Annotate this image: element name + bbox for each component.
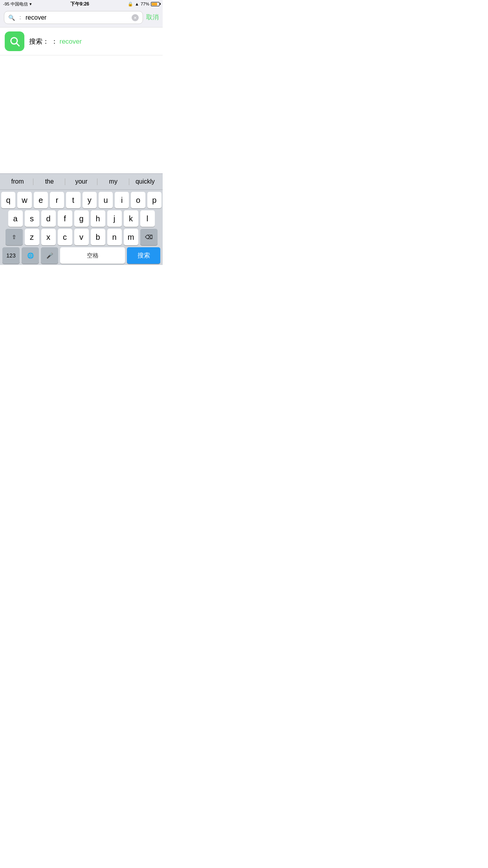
key-n[interactable]: n [107,229,122,245]
key-i[interactable]: i [115,192,129,208]
location-icon: ▲ [135,2,139,6]
predictive-word-0[interactable]: from [2,175,33,188]
predictive-bar: from the your my quickly [0,173,163,190]
key-b[interactable]: b [91,229,105,245]
key-x[interactable]: x [41,229,56,245]
status-bar: -95 中国电信 ▾ 下午9:26 🔒 ▲ 77% [0,0,163,8]
key-z[interactable]: z [25,229,39,245]
search-bar-container: 🔍 ： × 取消 [0,8,163,28]
shift-key[interactable]: ⇧ [6,229,23,245]
key-r[interactable]: r [50,192,64,208]
search-input-wrapper[interactable]: 🔍 ： × [4,11,143,24]
suggestion-keyword: recover [59,38,82,45]
wifi-icon: ▾ [29,2,32,7]
key-g[interactable]: g [74,210,89,227]
content-area [0,55,163,173]
key-c[interactable]: c [58,229,72,245]
key-p[interactable]: p [147,192,161,208]
key-u[interactable]: u [99,192,113,208]
battery-percent: 77% [141,2,149,6]
delete-key[interactable]: ⌫ [140,229,158,245]
key-d[interactable]: d [41,210,56,227]
key-k[interactable]: k [124,210,138,227]
status-right: 🔒 ▲ 77% [128,2,160,7]
key-y[interactable]: y [83,192,97,208]
key-o[interactable]: o [131,192,145,208]
search-key[interactable]: 搜索 [127,247,160,264]
predictive-word-4[interactable]: quickly [129,175,161,188]
clear-button[interactable]: × [132,14,139,21]
predictive-word-2[interactable]: your [65,175,97,188]
key-t[interactable]: t [66,192,80,208]
search-input[interactable] [26,14,129,21]
keyboard-row-2: a s d f g h j k l [1,210,161,227]
key-q[interactable]: q [1,192,15,208]
keyboard-bottom-row: 123 🌐 🎤 空格 搜索 [1,247,161,264]
keyboard-row-1: q w e r t y u i o p [1,192,161,208]
mic-key[interactable]: 🎤 [41,247,58,264]
time-label: 下午9:26 [70,1,89,7]
suggestion-prefix: 搜索： [29,38,49,45]
key-l[interactable]: l [140,210,155,227]
space-key[interactable]: 空格 [60,247,125,264]
status-left: -95 中国电信 ▾ [3,1,32,7]
key-e[interactable]: e [34,192,48,208]
predictive-word-3[interactable]: my [97,175,129,188]
search-suggestion[interactable]: 搜索： ： recover [0,28,163,55]
battery-icon [151,2,160,6]
key-s[interactable]: s [25,210,39,227]
key-a[interactable]: a [8,210,23,227]
suggestion-colon: ： [51,38,58,45]
suggestion-text: 搜索： ： recover [29,37,82,46]
key-v[interactable]: v [74,229,89,245]
key-f[interactable]: f [58,210,72,227]
key-m[interactable]: m [124,229,138,245]
key-h[interactable]: h [91,210,105,227]
keyboard: q w e r t y u i o p a s d f g h j k l ⇧ … [0,190,163,265]
key-j[interactable]: j [107,210,122,227]
search-suggestion-icon [5,31,24,51]
key-w[interactable]: w [17,192,31,208]
numbers-key[interactable]: 123 [2,247,20,264]
keyboard-row-3: ⇧ z x c v b n m ⌫ [1,229,161,245]
globe-key[interactable]: 🌐 [22,247,39,264]
cancel-button[interactable]: 取消 [146,13,159,22]
search-icon-small: 🔍 [8,15,15,21]
carrier-label: -95 中国电信 [3,1,28,7]
predictive-word-1[interactable]: the [33,175,65,188]
svg-line-1 [17,43,19,46]
search-colon: ： [17,14,23,21]
lock-icon: 🔒 [128,2,133,7]
